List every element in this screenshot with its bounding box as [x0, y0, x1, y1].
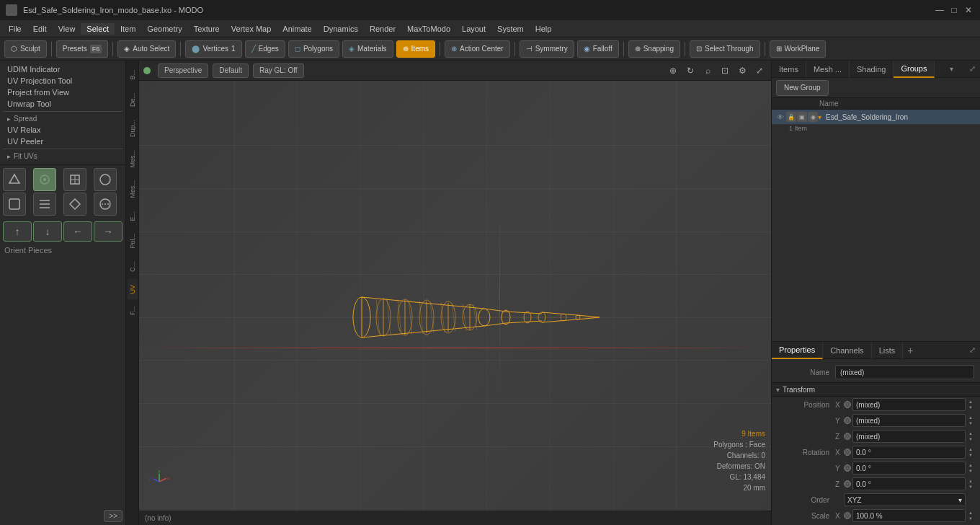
rotation-x-input[interactable]: 0.0 °	[852, 446, 966, 459]
tool-icon-5[interactable]	[3, 193, 26, 216]
rotation-y-down-arrow[interactable]: ▼	[967, 468, 974, 474]
position-x-up-arrow[interactable]: ▲	[967, 399, 974, 405]
position-x-down-arrow[interactable]: ▼	[967, 405, 974, 410]
rotation-x-up-arrow[interactable]: ▲	[967, 446, 974, 452]
vertices-button[interactable]: ⬤ Vertices 1	[185, 40, 241, 58]
position-x-dot[interactable]	[844, 401, 851, 408]
tab-mesh[interactable]: Mesh ...	[806, 61, 850, 78]
item-render-icon[interactable]: ◉	[808, 112, 818, 122]
rotation-x-down-arrow[interactable]: ▼	[967, 452, 974, 458]
rotation-y-dot[interactable]	[844, 464, 851, 472]
position-z-up-arrow[interactable]: ▲	[967, 431, 974, 436]
minimize-button[interactable]: —	[934, 4, 945, 16]
menu-texture[interactable]: Texture	[188, 23, 226, 35]
item-visibility-icon[interactable]: 👁	[775, 111, 786, 123]
project-from-view-tool[interactable]: Project from View	[3, 87, 122, 98]
edges-button[interactable]: ╱ Edges	[245, 40, 285, 58]
position-x-input[interactable]: (mixed)	[852, 398, 966, 411]
rotation-y-up-arrow[interactable]: ▲	[967, 462, 974, 468]
viewport-zoom-icon[interactable]: ⌕	[700, 63, 715, 78]
select-through-button[interactable]: ⊡ Select Through	[690, 40, 760, 58]
rotation-z-down-arrow[interactable]: ▼	[967, 484, 974, 490]
tab-items[interactable]: Items	[772, 61, 806, 78]
side-tab-c[interactable]: C...	[128, 256, 138, 278]
arrow-down-button[interactable]: ↓	[33, 221, 62, 242]
tool-icon-6[interactable]	[33, 193, 56, 216]
scale-x-up-arrow[interactable]: ▲	[967, 510, 974, 516]
menu-animate[interactable]: Animate	[277, 23, 317, 35]
side-tab-e[interactable]: E...	[128, 206, 138, 227]
workplane-button[interactable]: ⊞ WorkPlane	[770, 40, 827, 58]
side-tab-b[interactable]: B...	[128, 64, 138, 86]
menu-item[interactable]: Item	[115, 23, 141, 35]
auto-select-button[interactable]: ◈ Auto Select	[117, 40, 176, 58]
side-tab-de[interactable]: De...	[128, 87, 138, 112]
new-group-button[interactable]: New Group	[776, 80, 829, 96]
symmetry-button[interactable]: ⊣ Symmetry	[520, 40, 574, 58]
menu-render[interactable]: Render	[364, 23, 401, 35]
ray-gl-button[interactable]: Ray GL: Off	[253, 63, 304, 78]
side-tab-f[interactable]: F...	[128, 301, 138, 321]
tool-icon-8[interactable]	[94, 193, 117, 216]
item-lock-icon[interactable]: 🔒	[786, 112, 796, 122]
menu-dynamics[interactable]: Dynamics	[318, 23, 364, 35]
tool-icon-1[interactable]	[3, 168, 26, 191]
menu-vertex-map[interactable]: Vertex Map	[226, 23, 277, 35]
tool-icon-4[interactable]	[94, 168, 117, 191]
spread-expand[interactable]: Spread	[3, 113, 122, 124]
rotation-x-dot[interactable]	[844, 449, 851, 456]
polygons-button[interactable]: ◻ Polygons	[288, 40, 339, 58]
side-tab-mes2[interactable]: Mes...	[128, 175, 138, 204]
menu-select[interactable]: Select	[81, 23, 115, 35]
rotation-z-up-arrow[interactable]: ▲	[967, 478, 974, 484]
materials-button[interactable]: ◈ Materials	[342, 40, 393, 58]
action-center-button[interactable]: ⊕ Action Center	[445, 40, 510, 58]
menu-maxtomodo[interactable]: MaxToModo	[401, 23, 456, 35]
position-y-down-arrow[interactable]: ▼	[967, 420, 974, 426]
add-tab-button[interactable]: +	[903, 345, 917, 356]
default-shading-button[interactable]: Default	[213, 63, 249, 78]
prop-name-input[interactable]: (mixed)	[835, 365, 974, 379]
uv-peeler-tool[interactable]: UV Peeler	[3, 136, 122, 147]
right-top-maximize-icon[interactable]: ⤢	[969, 64, 976, 74]
rotation-z-input[interactable]: 0.0 °	[852, 477, 966, 490]
transform-header[interactable]: Transform	[772, 382, 980, 397]
rotation-y-input[interactable]: 0.0 °	[852, 462, 966, 475]
position-y-dot[interactable]	[844, 417, 851, 424]
sculpt-button[interactable]: ⬡ Sculpt	[4, 40, 47, 58]
arrow-right-button[interactable]: →	[94, 221, 122, 242]
tab-channels[interactable]: Channels	[823, 342, 871, 359]
maximize-button[interactable]: □	[948, 4, 960, 16]
presets-button[interactable]: Presets F6	[56, 40, 108, 58]
menu-geometry[interactable]: Geometry	[141, 23, 187, 35]
viewport-fit-icon[interactable]: ⊡	[718, 63, 732, 78]
position-z-dot[interactable]	[844, 433, 851, 440]
tab-properties[interactable]: Properties	[772, 342, 823, 359]
tab-groups[interactable]: Groups	[894, 61, 935, 78]
arrow-up-button[interactable]: ↑	[3, 221, 32, 242]
rotation-z-dot[interactable]	[844, 480, 851, 488]
item-expand-icon[interactable]: ▾	[818, 113, 821, 121]
right-bottom-maximize-icon[interactable]: ⤢	[969, 345, 976, 355]
menu-view[interactable]: View	[53, 23, 81, 35]
tool-icon-7[interactable]	[63, 193, 86, 216]
unwrap-tool[interactable]: Unwrap Tool	[3, 98, 122, 110]
position-y-up-arrow[interactable]: ▲	[967, 415, 974, 420]
menu-layout[interactable]: Layout	[456, 23, 491, 35]
menu-edit[interactable]: Edit	[27, 23, 53, 35]
viewport-canvas[interactable]: 9 Items Polygons : Face Channels: 0 Defo…	[139, 81, 771, 511]
side-tab-mes1[interactable]: Mes...	[128, 144, 138, 174]
perspective-button[interactable]: Perspective	[158, 63, 208, 78]
viewport-crosshair-icon[interactable]: ⊕	[666, 63, 680, 78]
tool-icon-2[interactable]	[33, 168, 56, 191]
position-y-input[interactable]: (mixed)	[852, 414, 966, 427]
tab-lists[interactable]: Lists	[872, 342, 904, 359]
menu-file[interactable]: File	[3, 23, 27, 35]
tool-icon-3[interactable]	[63, 168, 86, 191]
uv-projection-tool[interactable]: UV Projection Tool	[3, 75, 122, 87]
scale-x-input[interactable]: 100.0 %	[852, 509, 966, 522]
menu-system[interactable]: System	[491, 23, 530, 35]
tab-shading[interactable]: Shading	[850, 61, 894, 78]
udim-indicator-tool[interactable]: UDIM Indicator	[3, 63, 122, 75]
side-tab-uv[interactable]: UV	[128, 279, 138, 300]
